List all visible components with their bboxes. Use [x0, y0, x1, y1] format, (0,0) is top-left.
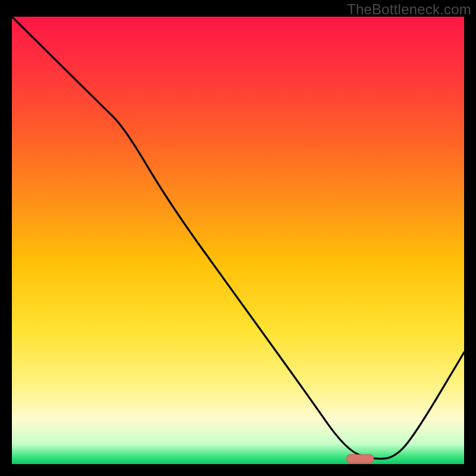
plot-area — [12, 17, 464, 464]
chart-frame: TheBottleneck.com — [0, 0, 476, 476]
bottleneck-curve — [12, 17, 464, 459]
watermark-text: TheBottleneck.com — [347, 1, 471, 18]
curve-overlay — [12, 17, 464, 464]
optimum-marker — [346, 455, 374, 463]
